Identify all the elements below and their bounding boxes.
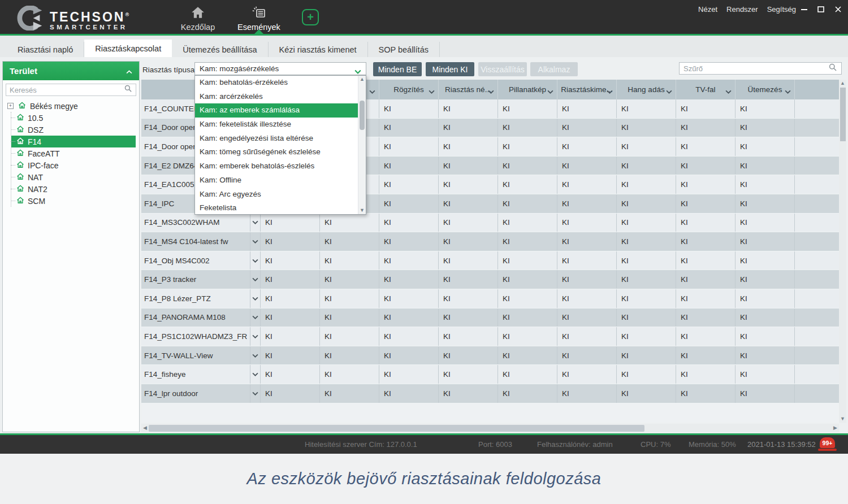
menu-item-seg-ts-g[interactable]: Segítség bbox=[767, 5, 796, 14]
tree-node-nat[interactable]: NAT bbox=[11, 171, 136, 183]
device-name-cell[interactable]: F14_TV-WALL-View bbox=[141, 346, 250, 365]
column-header-temez-s[interactable]: Ütemezés bbox=[735, 80, 795, 99]
column-filter-chevron-icon[interactable] bbox=[547, 87, 553, 95]
alarm-state-cell[interactable]: KI bbox=[379, 270, 439, 289]
column-header-pillanatk-p[interactable]: Pillanatkép bbox=[498, 80, 557, 99]
alarm-state-cell[interactable]: KI bbox=[439, 232, 498, 251]
alarm-state-cell[interactable]: KI bbox=[379, 251, 439, 270]
alarm-state-cell[interactable]: KI bbox=[557, 194, 617, 213]
alarm-state-cell[interactable]: KI bbox=[498, 289, 557, 308]
column-header-hang-ad-s[interactable]: Hang adás bbox=[617, 80, 676, 99]
scroll-down-icon[interactable]: ▼ bbox=[839, 415, 846, 423]
device-name-cell[interactable]: F14_PANORAMA M108 bbox=[141, 309, 250, 327]
alarm-state-cell[interactable]: KI bbox=[320, 214, 379, 232]
alarm-state-cell[interactable]: KI bbox=[557, 99, 617, 118]
collapse-chevron-icon[interactable] bbox=[126, 66, 132, 76]
alarm-state-cell[interactable]: KI bbox=[379, 137, 439, 156]
horizontal-scroll-thumb[interactable] bbox=[149, 425, 644, 432]
column-filter-chevron-icon[interactable] bbox=[369, 87, 375, 95]
device-name-cell[interactable]: F14_PS1C102WHADMZ3_FR bbox=[141, 327, 250, 346]
alarm-state-cell[interactable]: KI bbox=[617, 194, 676, 213]
alarm-state-cell[interactable]: KI bbox=[557, 346, 617, 365]
alarm-state-cell[interactable]: KI bbox=[379, 157, 439, 175]
alarm-state-cell[interactable]: KI bbox=[320, 346, 379, 365]
scroll-left-icon[interactable]: ◀ bbox=[141, 424, 149, 432]
dropdown-item-kam-az-emberek-sz-ml-l-sa[interactable]: Kam: az emberek számlálása bbox=[195, 103, 359, 118]
alarm-state-cell[interactable]: KI bbox=[379, 327, 439, 346]
dropdown-scrollbar[interactable]: ▲ ▼ bbox=[358, 76, 366, 214]
alarm-type-select[interactable]: Kam: mozgásérzékelés bbox=[194, 62, 366, 75]
alarm-state-cell[interactable]: KI bbox=[261, 270, 320, 289]
alarm-state-cell[interactable]: KI bbox=[498, 214, 557, 232]
device-name-cell[interactable]: F14_MS3C002WHAM bbox=[141, 214, 250, 232]
row-expand-chevron-icon[interactable] bbox=[250, 270, 261, 289]
column-filter-chevron-icon[interactable] bbox=[725, 87, 732, 95]
alarm-state-cell[interactable]: KI bbox=[617, 270, 676, 289]
tree-node-f14[interactable]: F14 bbox=[11, 136, 136, 147]
alarm-state-cell[interactable]: KI bbox=[557, 175, 617, 194]
alarm-state-cell[interactable]: KI bbox=[379, 384, 439, 403]
alarm-state-cell[interactable]: KI bbox=[261, 327, 320, 346]
device-name-cell[interactable]: F14_Obj MS4C002 bbox=[141, 251, 250, 270]
row-expand-chevron-icon[interactable] bbox=[250, 346, 261, 365]
alarm-state-cell[interactable]: KI bbox=[498, 99, 557, 118]
alarm-state-cell[interactable]: KI bbox=[439, 289, 498, 308]
dropdown-item-kam-behatol-s-rz-kel-s[interactable]: Kam: behatolás-érzékelés bbox=[195, 76, 359, 90]
alarm-state-cell[interactable]: KI bbox=[439, 346, 498, 365]
alarm-state-cell[interactable]: KI bbox=[735, 194, 795, 213]
dropdown-item-feketelista[interactable]: Feketelista bbox=[195, 201, 359, 215]
alarm-state-cell[interactable]: KI bbox=[439, 214, 498, 232]
alarm-state-cell[interactable]: KI bbox=[735, 232, 795, 251]
alarm-state-cell[interactable]: KI bbox=[498, 270, 557, 289]
tab-riaszt-skapcsolat[interactable]: Riasztáskapcsolat bbox=[84, 40, 172, 57]
alarm-state-cell[interactable]: KI bbox=[676, 119, 735, 137]
alarm-state-cell[interactable]: KI bbox=[261, 232, 320, 251]
dropdown-item-kam-t-meg-s-r-s-g-nek-szlel-se[interactable]: Kam: tömeg sűrűségének észlelése bbox=[195, 145, 359, 159]
dropdown-item-kam-feketelist-k-illeszt-se[interactable]: Kam: feketelisták illesztése bbox=[195, 118, 359, 132]
alarm-state-cell[interactable]: KI bbox=[735, 157, 795, 175]
alarm-state-cell[interactable]: KI bbox=[557, 309, 617, 327]
nav-item-events[interactable]: Események bbox=[232, 6, 286, 32]
vertical-scrollbar[interactable]: ▲ ▼ bbox=[839, 80, 846, 423]
filter-input[interactable] bbox=[683, 64, 829, 73]
alarm-state-cell[interactable]: KI bbox=[617, 289, 676, 308]
alarm-state-cell[interactable]: KI bbox=[617, 175, 676, 194]
device-name-cell[interactable]: F14_lpr outdoor bbox=[141, 384, 250, 403]
alarm-state-cell[interactable]: KI bbox=[676, 232, 735, 251]
alarm-state-cell[interactable]: KI bbox=[439, 365, 498, 384]
alarm-state-cell[interactable]: KI bbox=[261, 214, 320, 232]
scroll-down-icon[interactable]: ▼ bbox=[358, 207, 366, 214]
scroll-right-icon[interactable]: ▶ bbox=[832, 424, 839, 432]
alarm-state-cell[interactable]: KI bbox=[735, 270, 795, 289]
close-button[interactable] bbox=[832, 3, 843, 15]
device-name-cell[interactable]: F14_P3 tracker bbox=[141, 270, 250, 289]
row-expand-chevron-icon[interactable] bbox=[250, 214, 261, 232]
device-name-cell[interactable]: F14_MS4 C104-latest fw bbox=[141, 232, 250, 251]
alarm-state-cell[interactable]: KI bbox=[439, 327, 498, 346]
menu-item-rendszer[interactable]: Rendszer bbox=[726, 5, 758, 14]
dropdown-scroll-thumb[interactable] bbox=[360, 101, 365, 130]
alarm-state-cell[interactable]: KI bbox=[261, 309, 320, 327]
alarm-state-cell[interactable]: KI bbox=[676, 365, 735, 384]
alarm-state-cell[interactable]: KI bbox=[439, 384, 498, 403]
alarm-state-cell[interactable]: KI bbox=[676, 175, 735, 194]
alarm-state-cell[interactable]: KI bbox=[735, 119, 795, 137]
column-header-riaszt-skime[interactable]: Riasztáskime... bbox=[557, 80, 617, 99]
alarm-state-cell[interactable]: KI bbox=[617, 119, 676, 137]
tree-node-nat2[interactable]: NAT2 bbox=[11, 183, 136, 195]
alarm-state-cell[interactable]: KI bbox=[498, 327, 557, 346]
alarm-state-cell[interactable]: KI bbox=[379, 365, 439, 384]
alarm-state-cell[interactable]: KI bbox=[379, 119, 439, 137]
alarm-state-cell[interactable]: KI bbox=[320, 270, 379, 289]
alarm-state-cell[interactable]: KI bbox=[261, 289, 320, 308]
minimize-button[interactable] bbox=[798, 3, 810, 15]
alarm-state-cell[interactable]: KI bbox=[379, 194, 439, 213]
alarm-state-cell[interactable]: KI bbox=[379, 175, 439, 194]
alarm-state-cell[interactable]: KI bbox=[498, 157, 557, 175]
alarm-state-cell[interactable]: KI bbox=[379, 289, 439, 308]
alarm-state-cell[interactable]: KI bbox=[557, 365, 617, 384]
alarm-state-cell[interactable]: KI bbox=[439, 309, 498, 327]
column-filter-chevron-icon[interactable] bbox=[488, 87, 494, 95]
alarm-state-cell[interactable]: KI bbox=[617, 232, 676, 251]
alarm-state-cell[interactable]: KI bbox=[557, 157, 617, 175]
